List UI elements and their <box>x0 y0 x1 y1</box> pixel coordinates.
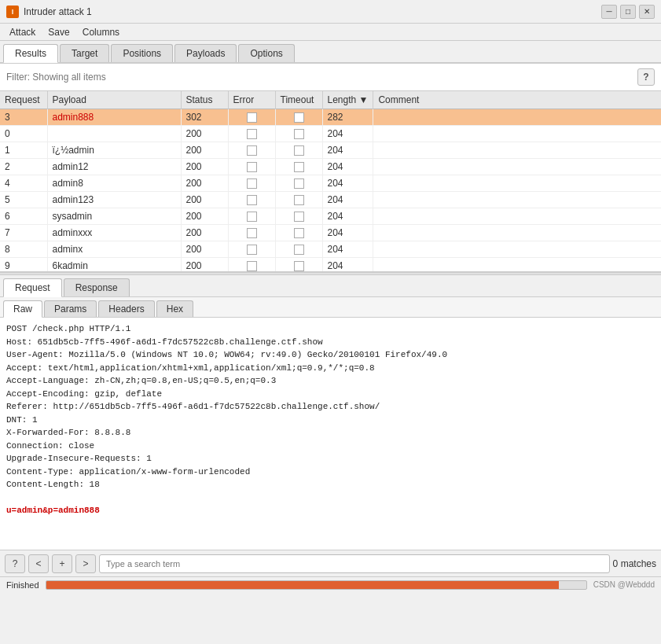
cell-status: 200 <box>181 225 228 241</box>
prev-button[interactable]: < <box>28 554 49 573</box>
tab-target[interactable]: Target <box>60 44 109 62</box>
table-row[interactable]: 6 sysadmin 200 204 <box>0 208 661 225</box>
table-row[interactable]: 4 admin8 200 204 <box>0 175 661 192</box>
cell-payload: ï¿½admin <box>47 142 181 159</box>
table-row[interactable]: 8 adminx 200 204 <box>0 241 661 258</box>
menu-save[interactable]: Save <box>42 25 75 39</box>
window-title: Intruder attack 1 <box>24 6 601 17</box>
table-row[interactable]: 7 adminxxx 200 204 <box>0 225 661 241</box>
inner-tab-raw[interactable]: Raw <box>3 300 42 318</box>
table-row[interactable]: 9 6kadmin 200 204 <box>0 258 661 273</box>
cell-payload: admin888 <box>47 109 181 126</box>
next-button[interactable]: > <box>75 554 96 573</box>
col-error[interactable]: Error <box>228 91 275 109</box>
table-header-row: Request Payload Status Error Timeout Len… <box>0 91 661 109</box>
cell-error <box>228 159 275 175</box>
bottom-bar: ? < + > 0 matches <box>0 550 661 576</box>
cell-status: 200 <box>181 208 228 225</box>
menu-columns[interactable]: Columns <box>76 25 126 39</box>
cell-length: 204 <box>322 192 373 208</box>
inner-tab-params[interactable]: Params <box>44 300 97 317</box>
table-row[interactable]: 5 admin123 200 204 <box>0 192 661 208</box>
cell-request: 2 <box>0 159 47 175</box>
cell-request: 0 <box>0 126 47 142</box>
matches-count: 0 matches <box>613 558 656 569</box>
table-row[interactable]: 2 admin12 200 204 <box>0 159 661 175</box>
cell-error <box>228 175 275 192</box>
window-controls: ─ □ ✕ <box>601 5 655 19</box>
cell-status: 200 <box>181 241 228 258</box>
cell-timeout <box>275 192 322 208</box>
tab-results[interactable]: Results <box>3 44 58 63</box>
minimize-button[interactable]: ─ <box>601 5 617 19</box>
table-body: 3 admin888 302 282 0 200 204 1 ï¿½admin … <box>0 109 661 273</box>
close-button[interactable]: ✕ <box>639 5 655 19</box>
table-row[interactable]: 3 admin888 302 282 <box>0 109 661 126</box>
search-input[interactable] <box>99 554 610 573</box>
status-bar: Finished CSDN @Webddd <box>0 576 661 592</box>
cell-status: 200 <box>181 258 228 273</box>
cell-length: 204 <box>322 126 373 142</box>
cell-length: 204 <box>322 241 373 258</box>
cell-status: 200 <box>181 175 228 192</box>
cell-error <box>228 208 275 225</box>
cell-request: 5 <box>0 192 47 208</box>
titlebar: I Intruder attack 1 ─ □ ✕ <box>0 0 661 24</box>
inner-tab-headers[interactable]: Headers <box>98 300 154 317</box>
results-table: Request Payload Status Error Timeout Len… <box>0 91 661 272</box>
col-timeout[interactable]: Timeout <box>275 91 322 109</box>
cell-request: 1 <box>0 142 47 159</box>
cell-comment <box>373 159 661 175</box>
cell-length: 204 <box>322 142 373 159</box>
cell-request: 7 <box>0 225 47 241</box>
cell-payload: admin8 <box>47 175 181 192</box>
cell-timeout <box>275 142 322 159</box>
col-comment[interactable]: Comment <box>373 91 661 109</box>
cell-length: 204 <box>322 175 373 192</box>
cell-length: 204 <box>322 208 373 225</box>
table-row[interactable]: 0 200 204 <box>0 126 661 142</box>
cell-timeout <box>275 175 322 192</box>
tab-payloads[interactable]: Payloads <box>174 44 237 62</box>
cell-request: 3 <box>0 109 47 126</box>
cell-status: 200 <box>181 126 228 142</box>
col-length[interactable]: Length ▼ <box>322 91 373 109</box>
results-table-container: Request Payload Status Error Timeout Len… <box>0 91 661 272</box>
cell-request: 6 <box>0 208 47 225</box>
cell-payload: adminxxx <box>47 225 181 241</box>
col-payload[interactable]: Payload <box>47 91 181 109</box>
cell-timeout <box>275 241 322 258</box>
cell-payload: admin123 <box>47 192 181 208</box>
cell-comment <box>373 192 661 208</box>
cell-error <box>228 109 275 126</box>
cell-length: 204 <box>322 258 373 273</box>
add-button[interactable]: + <box>52 554 72 573</box>
cell-comment <box>373 109 661 126</box>
cell-timeout <box>275 208 322 225</box>
cell-comment <box>373 126 661 142</box>
inner-tab-hex[interactable]: Hex <box>156 300 193 317</box>
request-content: POST /check.php HTTP/1.1 Host: 651db5cb-… <box>0 318 661 550</box>
maximize-button[interactable]: □ <box>620 5 636 19</box>
cell-timeout <box>275 109 322 126</box>
tab-options[interactable]: Options <box>238 44 294 62</box>
main-tabs: Results Target Positions Payloads Option… <box>0 41 661 64</box>
status-label: Finished <box>6 580 39 590</box>
table-row[interactable]: 1 ï¿½admin 200 204 <box>0 142 661 159</box>
sub-tab-response[interactable]: Response <box>64 278 130 296</box>
menu-attack[interactable]: Attack <box>3 25 42 39</box>
cell-request: 8 <box>0 241 47 258</box>
cell-status: 302 <box>181 109 228 126</box>
help-button[interactable]: ? <box>5 554 25 573</box>
col-status[interactable]: Status <box>181 91 228 109</box>
tab-positions[interactable]: Positions <box>111 44 173 62</box>
col-request[interactable]: Request <box>0 91 47 109</box>
filter-input[interactable] <box>6 72 637 83</box>
sub-tab-request[interactable]: Request <box>3 278 62 297</box>
cell-timeout <box>275 159 322 175</box>
filter-help-button[interactable]: ? <box>637 68 655 86</box>
sort-icon: ▼ <box>359 94 369 105</box>
cell-length: 204 <box>322 159 373 175</box>
cell-timeout <box>275 225 322 241</box>
progress-bar <box>46 580 587 590</box>
